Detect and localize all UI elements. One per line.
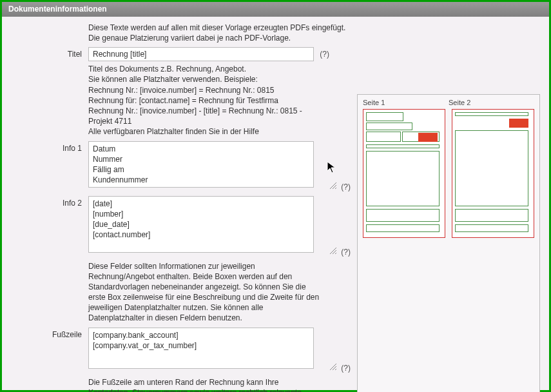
preview-block (455, 130, 528, 206)
form-column: Diese Texte werden auf allen mit dieser … (11, 23, 349, 392)
row-info1: Info 1 (?) (11, 141, 349, 190)
help-icon[interactable]: (?) (341, 364, 351, 373)
field-wrap-info1: (?) (88, 141, 349, 190)
app-frame: Dokumenteninformationen Diese Texte werd… (0, 0, 551, 392)
resize-handle-icon[interactable] (329, 246, 338, 255)
help-title-line: Alle verfügbaren Platzhalter finden Sie … (88, 126, 320, 137)
preview-label-page2: Seite 2 (449, 99, 534, 106)
preview-block (366, 144, 440, 148)
field-wrap-footer: (?) (88, 328, 349, 371)
help-title-line: Rechnung Nr.: [invoice.number] = Rechnun… (88, 85, 320, 95)
row-title: Titel (?) (11, 47, 349, 61)
preview-panel: Seite 1 Seite 2 (357, 94, 540, 392)
label-info1: Info 1 (11, 141, 88, 153)
preview-block (366, 209, 440, 222)
label-info2: Info 2 (11, 196, 88, 208)
row-footer: Fußzeile (?) (11, 328, 349, 371)
help-footer: Die Fußzeile am unteren Rand der Rechnun… (88, 377, 320, 392)
preview-labels: Seite 1 Seite 2 (363, 99, 534, 106)
label-footer: Fußzeile (11, 328, 88, 339)
content-area: Diese Texte werden auf allen mit dieser … (2, 17, 549, 392)
panel-title: Dokumenteninformationen (8, 5, 107, 14)
preview-block (366, 112, 403, 121)
help-title: Titel des Dokuments z.B. Rechnung, Angeb… (88, 64, 320, 137)
preview-pages (363, 109, 534, 238)
help-title-line: Sie können alle Platzhalter verwenden. B… (88, 74, 320, 84)
help-icon[interactable]: (?) (341, 182, 351, 191)
field-wrap-info2: (?) (88, 196, 349, 255)
preview-page-2 (452, 109, 534, 238)
title-input[interactable] (88, 47, 314, 61)
preview-block (366, 224, 440, 232)
preview-label-page1: Seite 1 (363, 99, 449, 106)
preview-block (366, 132, 401, 142)
help-title-line: Titel des Dokuments z.B. Rechnung, Angeb… (88, 64, 320, 74)
resize-handle-icon[interactable] (329, 181, 338, 190)
footer-textarea[interactable] (88, 328, 314, 369)
preview-block (455, 112, 528, 116)
preview-block-highlight (418, 133, 438, 142)
label-title: Titel (11, 47, 88, 59)
preview-block (366, 151, 440, 206)
help-title-line: Rechnung Nr.: [inovice.number] - [title]… (88, 106, 320, 126)
panel-header: Dokumenteninformationen (2, 2, 549, 17)
info1-textarea[interactable] (88, 141, 314, 188)
help-info: Diese Felder sollten Informationen zur j… (88, 261, 320, 324)
preview-block (455, 209, 528, 222)
help-title-line: Rechnung für: [contact.name] = Rechnung … (88, 95, 320, 106)
preview-page-1 (363, 109, 445, 238)
resize-handle-icon[interactable] (329, 362, 338, 371)
help-icon[interactable]: (?) (341, 248, 351, 257)
field-wrap-title: (?) (88, 47, 349, 61)
preview-block-highlight (509, 119, 528, 128)
preview-block (366, 122, 412, 130)
info2-textarea[interactable] (88, 196, 314, 253)
row-info2: Info 2 (?) (11, 196, 349, 255)
intro-text: Diese Texte werden auf allen mit dieser … (88, 23, 349, 43)
help-icon[interactable]: (?) (320, 50, 329, 59)
preview-block (455, 224, 528, 232)
